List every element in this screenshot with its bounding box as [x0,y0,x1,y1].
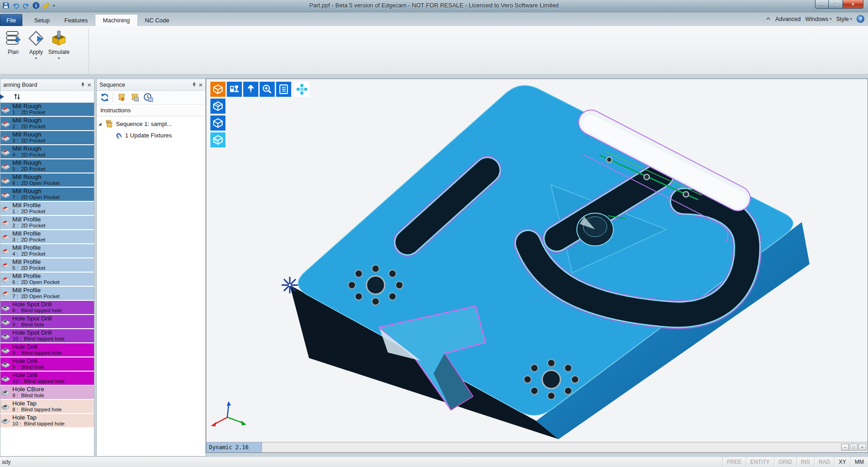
status-cell-xy[interactable]: XY [834,457,850,467]
planning-item[interactable]: Mill Profile1 : 2D Pocket [0,202,94,215]
operation-detail: 8 : Blind tapped hole [12,308,93,313]
planning-item[interactable]: Hole CBore9 : Blind hole [0,386,94,399]
hole-operation-icon [1,403,10,411]
view-mode-tab[interactable]: Dynamic 2.16 [206,442,262,452]
instruction-doc-icon[interactable] [130,93,140,103]
instructions-tree: ◢NCSequence 1: sampl...1 Update Fixtures [97,116,205,141]
status-cell-mm[interactable]: MM [850,457,868,467]
planning-item[interactable]: Hole Spot Drill8 : Blind tapped hole [0,301,94,314]
collapse-ribbon-icon[interactable] [766,17,771,21]
zoom-extents-icon[interactable] [260,82,275,97]
window-title: Part.ppf - Beta 5 version of Edgecam - N… [0,2,868,9]
operation-detail: 2 : 2D Pocket [12,124,93,129]
operation-name: Mill Rough [12,103,93,110]
plan-icon [5,29,22,47]
status-cell-ins[interactable]: INS [796,457,814,467]
planning-item[interactable]: Mill Profile2 : 2D Pocket [0,216,94,229]
status-cell-entity[interactable]: ENTITY [746,457,774,467]
menu-advanced[interactable]: Advanced [775,16,801,22]
planning-item-text: Mill Rough5 : 2D Pocket [12,160,93,172]
tab-nc-code[interactable]: NC Code [138,14,177,26]
3d-part-model[interactable] [206,79,868,442]
status-cell-grid[interactable]: GRID [774,457,796,467]
mdi-restore-icon[interactable]: □ [850,444,858,451]
close-icon[interactable]: × [87,82,91,88]
pin-icon[interactable] [190,81,198,89]
planning-item-text: Mill Rough3 : 2D Pocket [12,131,93,143]
operation-detail: 10 : Blind tapped hole [12,336,93,341]
chevron-down-icon[interactable]: ▼ [35,57,38,60]
status-cell-rad[interactable]: RAD [814,457,834,467]
planning-item[interactable]: Mill Profile4 : 2D Pocket [0,244,94,257]
maximize-button[interactable]: ❐ [829,0,842,9]
planning-item[interactable]: Mill Rough1 : 2D Pocket [0,103,94,116]
tab-setup[interactable]: Setup [27,14,57,26]
tool-icon[interactable] [243,82,258,97]
hole-operation-icon [1,332,10,340]
chevron-down-icon[interactable]: ▼ [58,57,61,60]
planning-item[interactable]: Hole Spot Drill10 : Blind tapped hole [0,329,94,342]
transparent-box-icon[interactable] [210,132,225,147]
planning-item[interactable]: Mill Profile3 : 2D Pocket [0,230,94,243]
simulate-icon [50,29,68,47]
refresh-icon[interactable] [99,93,110,103]
operation-detail: 3 : 2D Pocket [12,138,93,143]
planning-item[interactable]: Mill Profile6 : 2D Open Pocket [0,273,94,286]
planning-item[interactable]: Hole Drill9 : Blind hole [0,357,94,371]
operation-detail: 4 : 2D Pocket [12,251,93,257]
mdi-close-icon[interactable]: × [858,444,866,451]
plan-button[interactable]: Plan [2,28,25,66]
stock-box-icon[interactable] [210,99,225,114]
work-area: anning Board × Mill Rough1 : 2D PocketMi… [0,79,868,457]
expander-icon[interactable]: ◢ [99,122,105,126]
apply-button[interactable]: Apply▼ [25,28,47,66]
planning-item[interactable]: Mill Rough7 : 2D Open Pocket [0,188,94,201]
planning-item[interactable]: Mill Rough2 : 2D Pocket [0,117,94,130]
3d-scene[interactable] [206,79,868,442]
menu-windows[interactable]: Windows▾ [805,16,831,22]
close-button[interactable]: ✕ [842,0,863,9]
planning-item[interactable]: Mill Rough4 : 2D Pocket [0,145,94,158]
nc-sequence-icon: NC [105,120,114,129]
sequence-doc-icon[interactable] [116,93,126,103]
planning-item-text: Mill Rough7 : 2D Open Pocket [12,188,93,200]
machine-icon[interactable] [227,82,242,97]
status-cell-free[interactable]: FREE [722,457,746,467]
planning-item[interactable]: Mill Rough6 : 2D Open Pocket [0,173,94,187]
planning-item[interactable]: Hole Drill8 : Blind tapped hole [0,343,94,357]
mdi-minimize-icon[interactable]: – [841,444,849,451]
planning-item[interactable]: Hole Drill10 : Blind tapped hole [0,372,94,385]
planning-item[interactable]: Hole Tap10 : Blind tapped hole [0,414,94,427]
tab-file[interactable]: File [0,14,22,26]
planning-item[interactable]: Mill Profile7 : 2D Open Pocket [0,287,94,300]
planning-item[interactable]: Mill Profile5 : 2D Pocket [0,258,94,272]
datum-marker [282,277,298,293]
operation-detail: 6 : 2D Open Pocket [12,279,93,285]
tab-machining[interactable]: Machining [95,14,137,26]
solid-box-icon[interactable] [210,115,225,131]
pin-icon[interactable] [79,81,86,89]
tree-item[interactable]: ◢NCSequence 1: sampl... [97,118,205,130]
grid-plus-icon[interactable] [294,82,309,97]
feature-list-icon[interactable] [276,82,291,97]
planning-item[interactable]: Mill Rough3 : 2D Pocket [0,131,94,144]
planning-item[interactable]: Mill Rough5 : 2D Pocket [0,159,94,173]
shaded-box-icon[interactable] [210,82,225,97]
planning-item-text: Hole Drill10 : Blind tapped hole [12,372,93,384]
menu-style[interactable]: Style▾ [836,16,852,22]
cycle-time-icon[interactable] [143,93,153,103]
tab-features[interactable]: Features [57,14,95,26]
planning-item[interactable]: Hole Spot Drill9 : Blind hole [0,315,94,328]
help-icon[interactable]: ? [857,15,864,23]
sort-icon[interactable] [13,93,21,100]
toolbar-separator [113,93,113,102]
close-icon[interactable]: × [199,82,203,88]
ribbon-tabs: FileSetupFeaturesMachiningNC Code [0,13,177,26]
planning-item[interactable]: Hole Tap8 : Blind tapped hole [0,400,94,413]
mill-operation-icon [1,205,10,213]
tree-item[interactable]: 1 Update Fixtures [97,130,205,141]
play-icon[interactable] [0,93,4,100]
simulate-button[interactable]: Simulate▼ [47,28,70,66]
minimize-button[interactable]: — [815,0,829,9]
planning-item-text: Mill Rough1 : 2D Pocket [12,103,93,115]
